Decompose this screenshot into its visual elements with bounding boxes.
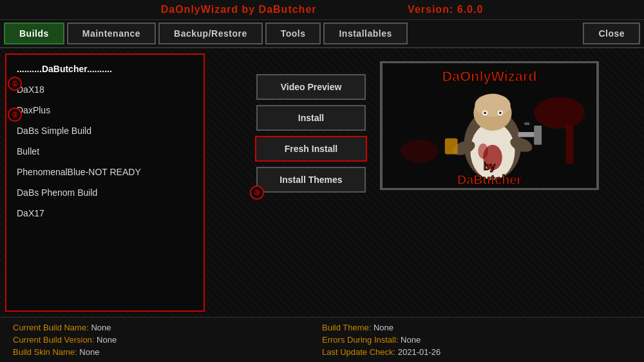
build-name-label: Current Build Name: [13,323,89,332]
errors-value: None [401,335,421,345]
last-update-label: Last Update Check: [322,347,395,357]
build-theme-value: None [374,323,393,332]
list-item-bullet[interactable]: Bullet [6,141,204,162]
build-theme-row: Build Theme: None [322,323,631,332]
svg-rect-17 [534,126,542,145]
app-title: DaOnlyWizard by DaButcher Version: 6.0.0 [161,4,484,15]
nav-installables[interactable]: Installables [323,23,407,44]
logo-svg: DaOnlyWizard by DaButcher [381,61,598,190]
build-name-value: None [91,323,111,332]
badge-1: ① [8,77,22,91]
svg-text:DaButcher: DaButcher [457,173,522,187]
svg-rect-19 [445,138,458,155]
errors-label: Errors During Install: [322,335,398,345]
list-item-dabutcher[interactable]: ..........DaButcher.......... [6,59,204,79]
list-item-dabs-simple[interactable]: DaBs Simple Build [6,120,204,141]
builds-list: ..........DaButcher.......... DaX18 DaxP… [6,55,204,227]
content-area: Video Preview Install Fresh Install Inst… [210,48,644,317]
footer-left: Current Build Name: None Current Build V… [13,323,322,357]
install-themes-button[interactable]: Install Themes [256,167,366,193]
version-label: Version: [408,4,453,15]
footer: Current Build Name: None Current Build V… [0,317,644,362]
skin-name-row: Build Skin Name: None [13,347,322,357]
version-value: 6.0.0 [457,4,484,15]
list-item-daxplus[interactable]: DaxPlus [6,100,204,120]
logo-image: DaOnlyWizard by DaButcher [380,61,599,190]
svg-point-9 [475,94,510,117]
svg-point-12 [484,111,486,114]
svg-point-2 [401,140,439,163]
nav-close[interactable]: Close [583,23,640,44]
nav-backup-restore[interactable]: Backup/Restore [158,23,263,44]
badge-3: ③ [250,186,264,200]
badge-2: ② [8,108,22,122]
errors-row: Errors During Install: None [322,335,631,345]
list-item-dax17[interactable]: DaX17 [6,203,204,224]
build-name-row: Current Build Name: None [13,323,322,332]
list-item-dax18[interactable]: DaX18 [6,79,204,100]
svg-text:DaOnlyWizard: DaOnlyWizard [442,68,536,84]
video-preview-button[interactable]: Video Preview [256,74,366,100]
svg-rect-18 [524,122,529,125]
list-item-phenomenal-blue[interactable]: PhenomenalBlue-NOT READY [6,162,204,182]
build-version-value: None [97,335,117,345]
svg-point-13 [499,111,502,114]
nav-builds[interactable]: Builds [4,23,64,44]
fresh-install-button[interactable]: Fresh Install [256,137,366,160]
title-text: DaOnlyWizard by DaButcher [161,4,317,15]
main-content: ① ② ③ ..........DaButcher.......... DaX1… [0,48,644,317]
build-version-row: Current Build Version: None [13,335,322,345]
app-header: DaOnlyWizard by DaButcher Version: 6.0.0 [0,0,644,20]
svg-point-1 [534,97,585,129]
build-theme-label: Build Theme: [322,323,371,332]
svg-rect-3 [566,126,574,164]
svg-point-7 [478,144,488,159]
build-version-label: Current Build Version: [13,335,94,345]
nav-tools[interactable]: Tools [265,23,321,44]
sidebar: ..........DaButcher.......... DaX18 DaxP… [5,53,205,312]
skin-name-label: Build Skin Name: [13,347,77,357]
last-update-value: 2021-01-26 [398,347,441,357]
skin-name-value: None [79,347,99,357]
svg-text:by: by [484,161,496,172]
footer-right: Build Theme: None Errors During Install:… [322,323,631,357]
action-buttons-panel: Video Preview Install Fresh Install Inst… [255,74,367,193]
install-button[interactable]: Install [256,105,366,131]
list-item-dabs-phenom[interactable]: DaBs Phenom Build [6,182,204,203]
navbar: Builds Maintenance Backup/Restore Tools … [0,20,644,48]
last-update-row: Last Update Check: 2021-01-26 [322,347,631,357]
nav-maintenance[interactable]: Maintenance [67,23,156,44]
